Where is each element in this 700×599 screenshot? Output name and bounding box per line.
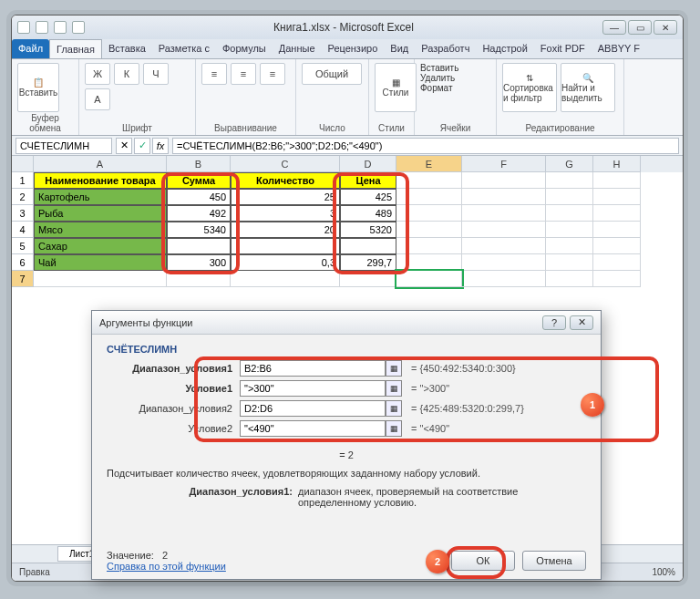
italic-button[interactable]: К xyxy=(114,63,139,85)
data-cell[interactable] xyxy=(231,238,340,254)
number-format-select[interactable]: Общий xyxy=(302,63,362,85)
col-header-A[interactable]: A xyxy=(34,156,167,172)
range-picker-icon[interactable]: ▦ xyxy=(386,360,402,377)
col-header-E[interactable]: E xyxy=(396,156,462,172)
select-all-corner[interactable] xyxy=(12,156,34,172)
data-cell[interactable]: 299,7 xyxy=(340,254,396,271)
data-cell[interactable]: 25 xyxy=(231,189,340,205)
data-cell[interactable]: 5320 xyxy=(340,222,396,238)
range-picker-icon[interactable]: ▦ xyxy=(386,420,402,437)
data-cell[interactable]: 489 xyxy=(340,205,396,222)
data-cell[interactable]: Сахар xyxy=(34,238,167,254)
align-right-button[interactable]: ≡ xyxy=(260,63,285,85)
undo-icon[interactable] xyxy=(54,21,67,34)
row-header[interactable]: 6 xyxy=(12,254,34,271)
tab-data[interactable]: Данные xyxy=(273,39,322,58)
row-header[interactable]: 7 xyxy=(12,271,34,287)
row-header[interactable]: 5 xyxy=(12,238,34,254)
save-icon[interactable] xyxy=(36,21,48,34)
close-button[interactable]: ✕ xyxy=(654,20,677,35)
data-cell[interactable] xyxy=(167,238,231,254)
arg-input-range2[interactable] xyxy=(240,400,386,417)
maximize-button[interactable]: ▭ xyxy=(628,20,652,35)
tab-insert[interactable]: Вставка xyxy=(102,39,152,58)
ok-button[interactable]: ОК xyxy=(451,551,515,571)
tab-abbyy[interactable]: ABBYY F xyxy=(592,39,646,58)
dialog-close-icon[interactable]: ✕ xyxy=(570,315,593,330)
data-cell[interactable]: 425 xyxy=(340,189,396,205)
arg-input-criteria2[interactable] xyxy=(240,420,386,437)
quick-access-toolbar xyxy=(17,21,85,34)
col-header-B[interactable]: B xyxy=(167,156,231,172)
header-cell[interactable]: Наименование товара xyxy=(34,172,167,189)
header-cell[interactable]: Цена xyxy=(340,172,396,189)
tab-review[interactable]: Рецензиро xyxy=(322,39,385,58)
result-preview: = 2 xyxy=(107,449,586,460)
group-align-label: Выравнивание xyxy=(201,123,290,133)
data-cell[interactable] xyxy=(340,238,396,254)
font-color-button[interactable]: A xyxy=(85,88,110,110)
styles-button[interactable]: ▦Стили xyxy=(375,63,417,112)
dialog-titlebar[interactable]: Аргументы функции ? ✕ xyxy=(92,311,601,335)
col-header-F[interactable]: F xyxy=(462,156,546,172)
row-header[interactable]: 2 xyxy=(12,189,34,205)
header-cell[interactable]: Количество xyxy=(231,172,340,189)
tab-layout[interactable]: Разметка с xyxy=(152,39,216,58)
help-link[interactable]: Справка по этой функции xyxy=(107,561,226,572)
cancel-formula-icon[interactable]: ✕ xyxy=(116,138,132,154)
arg-label: Диапазон_условия2 xyxy=(107,403,240,414)
col-header-D[interactable]: D xyxy=(340,156,396,172)
col-header-H[interactable]: H xyxy=(593,156,641,172)
range-picker-icon[interactable]: ▦ xyxy=(386,380,402,397)
group-styles-label: Стили xyxy=(375,123,408,133)
callout-1: 1 xyxy=(581,393,604,417)
tab-addin[interactable]: Надстрой xyxy=(476,39,533,58)
row-header[interactable]: 3 xyxy=(12,205,34,222)
col-header-G[interactable]: G xyxy=(546,156,593,172)
sort-filter-button[interactable]: ⇅Сортировка и фильтр xyxy=(502,63,557,112)
arg-input-criteria1[interactable] xyxy=(240,380,386,397)
paste-button[interactable]: 📋Вставить xyxy=(17,63,59,112)
formula-input[interactable]: =СЧЁТЕСЛИМН(B2:B6;">300";D2:D6;"<490") xyxy=(172,138,679,154)
underline-button[interactable]: Ч xyxy=(143,63,169,85)
data-cell[interactable]: Мясо xyxy=(34,222,167,238)
data-cell[interactable]: 3 xyxy=(231,205,340,222)
row-header[interactable]: 4 xyxy=(12,222,34,238)
fx-icon[interactable]: fx xyxy=(152,138,169,154)
value-label: Значение: xyxy=(107,550,154,561)
tab-formulas[interactable]: Формулы xyxy=(216,39,273,58)
data-cell[interactable]: 20 xyxy=(231,222,340,238)
tab-view[interactable]: Вид xyxy=(384,39,415,58)
dialog-help-icon[interactable]: ? xyxy=(542,315,566,330)
delete-cells-button[interactable]: Удалить xyxy=(420,73,490,83)
tab-home[interactable]: Главная xyxy=(49,39,102,58)
insert-cells-button[interactable]: Вставить xyxy=(420,63,490,73)
name-box[interactable]: СЧЁТЕСЛИМН xyxy=(15,138,112,154)
data-cell[interactable]: 300 xyxy=(167,254,231,271)
data-cell[interactable]: 0,3 xyxy=(231,254,340,271)
data-cell[interactable]: Чай xyxy=(34,254,167,271)
tab-dev[interactable]: Разработч xyxy=(415,39,476,58)
range-picker-icon[interactable]: ▦ xyxy=(386,400,402,417)
align-center-button[interactable]: ≡ xyxy=(231,63,256,85)
find-select-button[interactable]: 🔍Найти и выделить xyxy=(561,63,615,112)
arg-input-range1[interactable] xyxy=(240,360,386,377)
cancel-button[interactable]: Отмена xyxy=(522,551,586,571)
col-header-C[interactable]: C xyxy=(231,156,340,172)
zoom-level[interactable]: 100% xyxy=(652,567,675,577)
minimize-button[interactable]: — xyxy=(602,20,626,35)
row-header[interactable]: 1 xyxy=(12,172,34,189)
tab-file[interactable]: Файл xyxy=(12,39,49,58)
enter-formula-icon[interactable]: ✓ xyxy=(134,138,150,154)
data-cell[interactable]: 492 xyxy=(167,205,231,222)
data-cell[interactable]: 5340 xyxy=(167,222,231,238)
tab-foxit[interactable]: Foxit PDF xyxy=(534,39,592,58)
redo-icon[interactable] xyxy=(72,21,85,34)
align-left-button[interactable]: ≡ xyxy=(201,63,227,85)
data-cell[interactable]: Картофель xyxy=(34,189,167,205)
format-cells-button[interactable]: Формат xyxy=(420,83,490,93)
header-cell[interactable]: Сумма xyxy=(167,172,231,189)
data-cell[interactable]: Рыба xyxy=(34,205,167,222)
bold-button[interactable]: Ж xyxy=(85,63,110,85)
data-cell[interactable]: 450 xyxy=(167,189,231,205)
